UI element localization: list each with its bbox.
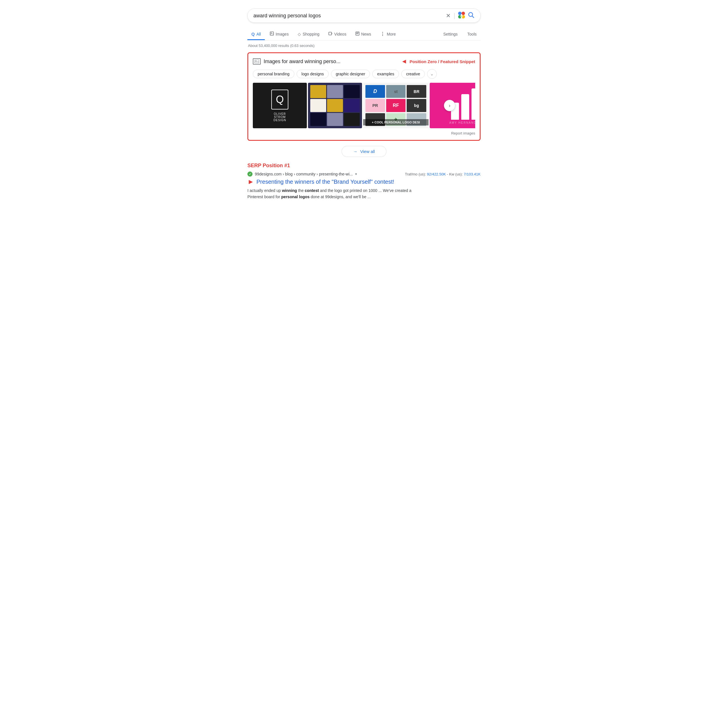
tab-news[interactable]: News [352, 29, 375, 40]
tab-shopping-label: Shopping [303, 32, 320, 37]
snippet-image-icon [253, 58, 261, 64]
clear-icon[interactable]: ✕ [446, 12, 451, 19]
tab-images-label: Images [275, 32, 289, 37]
search-bar: ✕ | [248, 9, 480, 23]
results-count: About 53,400,000 results (0.63 seconds) [248, 43, 480, 48]
result-snippet: I actually ended up winning the contest … [248, 187, 480, 200]
result-traf-value[interactable]: 92/422.50K [427, 172, 446, 176]
tab-more-label: More [387, 32, 396, 37]
svg-rect-13 [356, 32, 359, 35]
divider: | [454, 12, 455, 19]
nav-settings-area: Settings Tools [439, 29, 480, 40]
search-submit-icon[interactable] [468, 12, 475, 20]
tab-tools[interactable]: Tools [463, 29, 480, 40]
snippet-title-area: Images for award winning perso... [253, 58, 340, 64]
view-all-label: View all [360, 149, 375, 154]
badge-arrow-icon: ◄ [401, 58, 407, 65]
images-icon [270, 32, 274, 37]
view-all-container: → View all [248, 146, 480, 157]
result-site-url: 99designs.com › blog › community › prese… [255, 172, 353, 176]
snippet-title: Images for award winning perso... [264, 58, 340, 64]
pill-logo-designs[interactable]: logo designs [297, 70, 329, 78]
svg-rect-9 [270, 32, 274, 35]
snippet-header: Images for award winning perso... ◄ Posi… [253, 58, 475, 65]
next-image-button[interactable]: › [444, 100, 455, 111]
result-traf-label: Traf/mo (us): 92/422.50K - Kw (us): 7/10… [405, 172, 480, 176]
result-site-line: ✓ 99designs.com › blog › community › pre… [248, 171, 480, 177]
svg-point-10 [271, 33, 272, 34]
search-input[interactable] [253, 13, 443, 19]
result-title-link[interactable]: Presenting the winners of the "Brand You… [257, 179, 395, 185]
serp-position-label: SERP Position #1 [248, 163, 480, 169]
result-title-container: ► Presenting the winners of the "Brand Y… [248, 178, 480, 186]
svg-rect-11 [329, 32, 332, 35]
tab-settings[interactable]: Settings [439, 29, 462, 40]
pill-examples[interactable]: examples [372, 70, 399, 78]
snippet-image-1[interactable]: Q OLIVER STROM DESIGN [253, 83, 307, 128]
tab-videos[interactable]: Videos [324, 29, 350, 40]
report-images-link[interactable]: Report images [253, 131, 475, 135]
position-zero-badge: ◄ Position Zero / Featured Snippet [401, 58, 475, 65]
tab-news-label: News [361, 32, 371, 37]
view-all-button[interactable]: → View all [341, 146, 387, 157]
result-item-1: ✓ 99designs.com › blog › community › pre… [248, 171, 480, 200]
svg-rect-17 [254, 60, 259, 63]
view-all-arrow-icon: → [353, 149, 358, 154]
result-title-arrow-icon: ► [248, 178, 254, 186]
nav-tabs: Q All Images ◇ Shopping Videos News ⋮ Mo… [248, 28, 480, 41]
tab-videos-label: Videos [334, 32, 346, 37]
voice-icon[interactable] [458, 12, 465, 20]
badge-label: Position Zero / Featured Snippet [410, 59, 475, 64]
all-icon: Q [251, 32, 255, 37]
svg-line-8 [472, 16, 474, 18]
shopping-icon: ◇ [298, 32, 301, 37]
tab-all[interactable]: Q All [248, 29, 265, 40]
tab-settings-label: Settings [444, 32, 458, 37]
svg-point-18 [255, 61, 257, 61]
tab-shopping[interactable]: ◇ Shopping [294, 29, 323, 40]
pill-creative[interactable]: creative [401, 70, 425, 78]
chevron-down-icon[interactable]: ⌄ [427, 69, 437, 79]
featured-snippet: Images for award winning perso... ◄ Posi… [248, 52, 480, 141]
tab-all-label: All [257, 32, 261, 37]
more-icon: ⋮ [380, 31, 385, 37]
image-strip: Q OLIVER STROM DESIGN [253, 83, 475, 128]
result-kw-value[interactable]: 7/103.41K [464, 172, 480, 176]
result-dropdown-icon[interactable]: ▾ [355, 172, 357, 176]
filter-pills: personal branding logo designs graphic d… [253, 69, 475, 79]
snippet-image-3[interactable]: D st BR PR RF bg ✈ + COOL PERSONAL LOGO … [363, 83, 428, 128]
tab-images[interactable]: Images [266, 29, 293, 40]
news-icon [355, 32, 359, 37]
tab-more[interactable]: ⋮ More [376, 28, 400, 40]
videos-icon [329, 32, 332, 37]
pill-personal-branding[interactable]: personal branding [253, 70, 294, 78]
pill-graphic-designer[interactable]: graphic designer [331, 70, 370, 78]
tab-tools-label: Tools [467, 32, 477, 37]
result-site-favicon: ✓ [248, 171, 252, 177]
svg-rect-4 [461, 14, 462, 16]
snippet-image-2[interactable] [308, 83, 362, 128]
